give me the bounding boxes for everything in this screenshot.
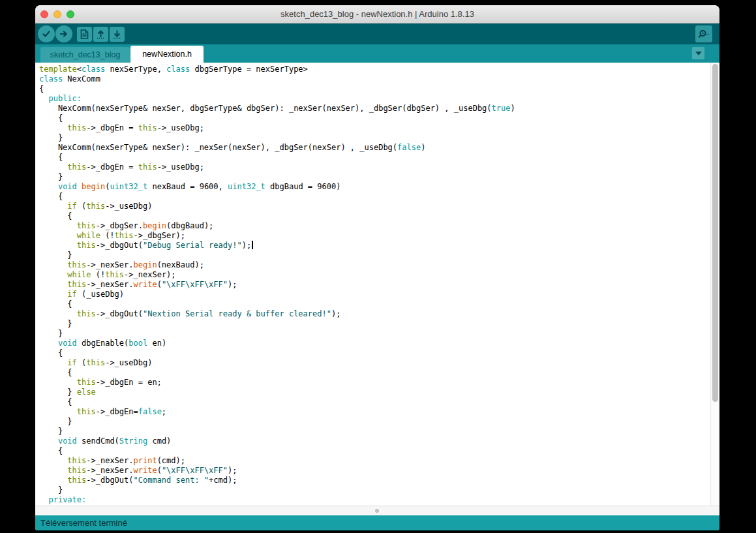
text-caret (252, 241, 253, 249)
code-line: void begin(uint32_t nexBaud = 9600, uint… (39, 182, 709, 192)
tab-newnextion-h[interactable]: newNextion.h (130, 46, 204, 63)
code-line: this->_nexSer.print(cmd); (39, 456, 709, 466)
code-line: } else (39, 388, 709, 397)
code-line: NexComm(nexSerType& nexSer): _nexSer(nex… (39, 143, 709, 153)
code-line: this->_dbgOut("Nextion Serial ready & bu… (39, 309, 709, 319)
code-line: this->_nexSer.write("\xFF\xFF\xFF"); (39, 280, 709, 290)
tab-bar: sketch_dec13_blog newNextion.h (35, 44, 719, 63)
code-line: { (39, 192, 709, 202)
code-line: { (39, 153, 709, 162)
code-line: if (this->_useDbg) (39, 358, 709, 368)
code-line: this->_dbgEn=false; (39, 407, 709, 417)
code-line: { (39, 397, 709, 407)
new-sketch-button[interactable] (77, 27, 92, 42)
code-line: this->_nexSer.write("\xFF\xFF\xFF"); (39, 466, 709, 476)
tab-sketch-dec13-blog[interactable]: sketch_dec13_blog (40, 47, 130, 63)
code-line: { (39, 368, 709, 378)
save-button[interactable] (110, 27, 125, 42)
arrow-right-icon (59, 29, 68, 38)
code-line: while (!this->_dbgSer); (39, 231, 709, 241)
code-line: } (39, 133, 709, 143)
code-line: this->_dbgEn = en; (39, 378, 709, 388)
code-line: } (39, 172, 709, 182)
vertical-scrollbar[interactable] (710, 63, 719, 506)
code-line: this->_dbgSer.begin(dbgBaud); (39, 221, 709, 231)
status-message: Téléversement terminé (40, 515, 127, 530)
arduino-ide-window: sketch_dec13_blog - newNextion.h | Ardui… (35, 5, 719, 530)
code-line: { (39, 446, 709, 456)
check-icon (42, 29, 51, 38)
code-line: if (_useDbg) (39, 290, 709, 299)
code-line: this->_nexSer.begin(nexBaud); (39, 260, 709, 270)
vertical-scrollbar-thumb[interactable] (712, 64, 718, 402)
code-line: { (39, 211, 709, 221)
serial-monitor-button[interactable] (695, 25, 712, 42)
open-button[interactable] (93, 27, 108, 42)
code-line: { (39, 348, 709, 358)
document-icon (80, 29, 89, 39)
code-lines: template<class nexSerType, class dbgSerT… (39, 65, 709, 505)
code-line: } (39, 485, 709, 495)
code-line: { (39, 299, 709, 309)
code-line: { (39, 114, 709, 123)
code-line: { (39, 84, 709, 94)
code-line: while (!this->_nexSer); (39, 270, 709, 280)
code-line: this->_dbgOut("Debug Serial ready!"); (39, 241, 709, 251)
magnifier-icon (698, 29, 710, 39)
code-line: void sendCmd(String cmd) (39, 436, 709, 446)
code-line: public: (39, 94, 709, 104)
tab-menu-button[interactable] (692, 47, 704, 59)
verify-button[interactable] (38, 25, 55, 42)
code-line: } (39, 319, 709, 329)
code-line: if (this->_useDbg) (39, 202, 709, 211)
arrow-up-tray-icon (96, 29, 106, 39)
chevron-down-icon (695, 52, 702, 55)
code-line: private: (39, 495, 709, 505)
code-line: class NexComm (39, 74, 709, 84)
title-bar[interactable]: sketch_dec13_blog - newNextion.h | Ardui… (35, 5, 719, 23)
window-title: sketch_dec13_blog - newNextion.h | Ardui… (35, 5, 719, 23)
code-line: this->_dbgEn = this->_useDbg; (39, 123, 709, 133)
arrow-down-tray-icon (112, 29, 122, 39)
code-line: } (39, 251, 709, 260)
horizontal-scrollbar-thumb[interactable] (375, 509, 379, 513)
code-editor[interactable]: template<class nexSerType, class dbgSerT… (35, 63, 719, 506)
code-line: template<class nexSerType, class dbgSerT… (39, 65, 709, 74)
toolbar (35, 23, 719, 44)
code-line: } (39, 329, 709, 339)
screen-background: sketch_dec13_blog - newNextion.h | Ardui… (0, 0, 756, 533)
code-line: void dbgEnable(bool en) (39, 339, 709, 348)
code-line: } (39, 427, 709, 436)
status-bar: Téléversement terminé (35, 515, 719, 530)
code-line: this->_dbgEn = this->_useDbg; (39, 162, 709, 172)
upload-button[interactable] (55, 25, 72, 42)
code-line: } (39, 417, 709, 427)
horizontal-scrollbar[interactable] (35, 506, 719, 515)
code-line: this->_dbgOut("Command sent: "+cmd); (39, 476, 709, 485)
code-line: NexComm(nexSerType& nexSer, dbgSerType& … (39, 104, 709, 114)
